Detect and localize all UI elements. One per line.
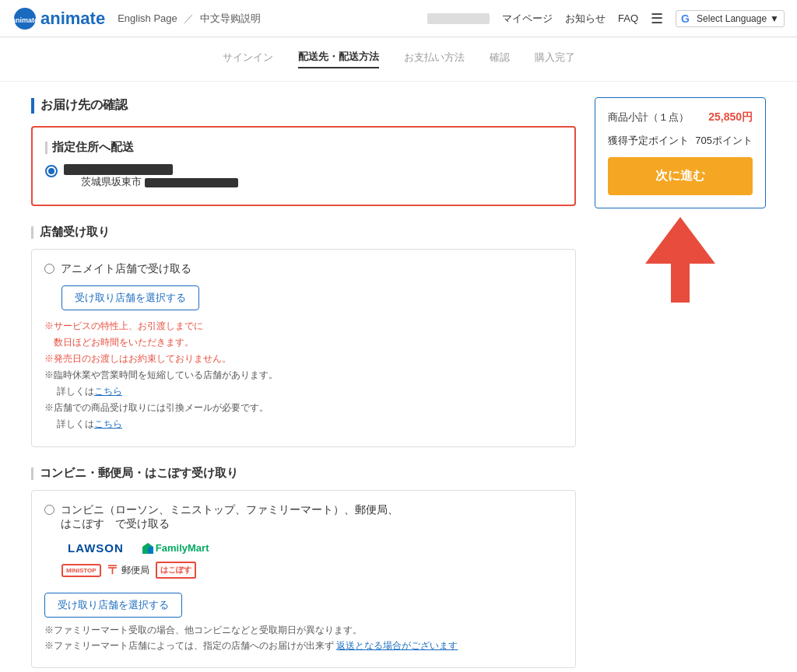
store-notice-link-1[interactable]: こちら: [94, 386, 122, 397]
store-notice-5: 詳しくはこちら: [57, 385, 563, 398]
store-radio[interactable]: [44, 264, 54, 274]
store-option-label: アニメイト店舗で受け取る: [61, 262, 191, 276]
header-nav: English Page ／ 中文导购説明: [118, 12, 261, 26]
page-title-row: お届け先の確認: [31, 97, 576, 114]
address-detail: 茨城県坂東市: [81, 175, 238, 189]
store-notice-7: 詳しくはこちら: [57, 418, 563, 431]
logo[interactable]: animate animate: [12, 6, 105, 31]
family-mart-icon: [142, 543, 153, 554]
jp-post-logo: 〒 郵便局: [107, 562, 149, 579]
header-user-area: マイページ お知らせ FAQ ☰ G Select Language ▼: [427, 10, 785, 27]
step-confirm[interactable]: 確認: [490, 51, 510, 68]
conv-notice-link[interactable]: 返送となる場合がございます: [336, 640, 458, 651]
address-city: 茨城県坂東市: [81, 176, 142, 187]
points-row: 獲得予定ポイント 705ポイント: [608, 134, 753, 148]
select-animate-store-button[interactable]: 受け取り店舗を選択する: [61, 285, 199, 310]
store-section-bar: [31, 226, 33, 239]
store-notice-6: ※店舗での商品受け取りには引換メールが必要です。: [44, 401, 563, 415]
my-page-link[interactable]: マイページ: [502, 12, 553, 26]
mini-stop-logo: MINI STOP: [61, 564, 101, 577]
delivery-to-address-card: 指定住所へ配送 茨城県坂東市: [31, 126, 576, 206]
nav-english[interactable]: English Page: [118, 12, 177, 24]
nav-chinese[interactable]: 中文导购説明: [200, 12, 261, 26]
address-item: 茨城県坂東市: [45, 164, 562, 189]
faq-link[interactable]: FAQ: [618, 12, 638, 24]
conv-notice-1: ※ファミリーマート受取の場合、他コンビニなどと受取期日が異なります。: [44, 624, 563, 637]
sidebar: 商品小計（１点） 25,850円 獲得予定ポイント 705ポイント 次に進む: [595, 97, 766, 672]
convenience-radio-row: コンビニ（ローソン、ミニストップ、ファミリーマート）、郵便局、 はこぽす で受け…: [44, 503, 563, 531]
points-label: 獲得予定ポイント: [608, 134, 689, 148]
subtotal-row: 商品小計（１点） 25,850円: [608, 110, 753, 124]
svg-rect-6: [671, 260, 690, 303]
page-title: お届け先の確認: [40, 97, 128, 114]
brand-logos-row-2: MINI STOP 〒 郵便局 はこぽす: [61, 562, 563, 579]
svg-rect-3: [142, 547, 148, 554]
store-pickup-card: アニメイト店舗で受け取る 受け取り店舗を選択する ※サービスの特性上、お引渡しま…: [31, 249, 576, 447]
family-mart-logo: FamilyMart: [136, 540, 216, 556]
header: animate animate English Page ／ 中文导购説明 マイ…: [0, 0, 797, 37]
address-name-redacted: [64, 164, 173, 175]
order-summary-card: 商品小計（１点） 25,850円 獲得予定ポイント 705ポイント 次に進む: [595, 97, 766, 208]
convenience-title: コンビニ・郵便局・はこぽす受け取り: [40, 466, 238, 481]
brand-logos-row: LAWSON FamilyMart: [61, 539, 563, 557]
arrow-container: [595, 213, 766, 306]
main-layout: お届け先の確認 指定住所へ配送 茨城県坂東市: [0, 82, 797, 672]
address-street-redacted: [145, 178, 238, 187]
store-radio-row: アニメイト店舗で受け取る: [44, 262, 563, 276]
delivery-address-title: 指定住所へ配送: [52, 140, 134, 155]
convenience-title-row: コンビニ・郵便局・はこぽす受け取り: [31, 466, 576, 481]
convenience-option-label-2: はこぽす で受け取る: [61, 517, 398, 531]
store-notice-2: 数日ほどお時間をいただきます。: [44, 336, 563, 349]
red-arrow-svg: [641, 213, 719, 306]
store-notice-4: ※臨時休業や営業時間を短縮している店舗があります。: [44, 369, 563, 382]
store-notice-3: ※発売日のお渡しはお約束しておりません。: [44, 352, 563, 366]
convenience-card: コンビニ（ローソン、ミニストップ、ファミリーマート）、郵便局、 はこぽす で受け…: [31, 490, 576, 668]
hamburger-icon[interactable]: ☰: [651, 10, 663, 27]
store-notice-link-2[interactable]: こちら: [94, 418, 122, 429]
address-radio[interactable]: [45, 165, 58, 177]
convenience-section: コンビニ・郵便局・はこぽす受け取り コンビニ（ローソン、ミニストップ、ファミリー…: [31, 466, 576, 668]
svg-rect-4: [148, 547, 153, 554]
subtotal-value: 25,850円: [708, 110, 753, 124]
convenience-section-bar: [31, 467, 33, 480]
svg-text:G: G: [681, 12, 690, 25]
yuubin-kyoku-label: 郵便局: [121, 564, 149, 577]
convenience-option-label-1: コンビニ（ローソン、ミニストップ、ファミリーマート）、郵便局、: [61, 503, 398, 517]
option-header-bar: [45, 142, 47, 154]
step-delivery[interactable]: 配送先・配送方法: [298, 50, 379, 68]
nav-sep: ／: [184, 12, 194, 26]
main-content: お届け先の確認 指定住所へ配送 茨城県坂東市: [31, 97, 576, 672]
store-pickup-title-row: 店舗受け取り: [31, 225, 576, 240]
store-notice-1: ※サービスの特性上、お引渡しまでに: [44, 320, 563, 333]
select-convenience-store-button[interactable]: 受け取り店舗を選択する: [44, 593, 182, 618]
delivery-address-header: 指定住所へ配送: [45, 140, 562, 155]
conv-notice-2: ※ファミリーマート店舗によっては、指定の店舗へのお届けが出来ず 返送となる場合が…: [44, 639, 563, 653]
next-button[interactable]: 次に進む: [608, 157, 753, 195]
google-icon: G: [681, 12, 693, 25]
store-pickup-title: 店舗受け取り: [40, 225, 110, 240]
svg-marker-5: [142, 543, 153, 547]
svg-marker-7: [645, 217, 715, 264]
translate-dropdown-arrow[interactable]: ▼: [770, 13, 779, 24]
points-value: 705ポイント: [695, 134, 753, 148]
notifications-link[interactable]: お知らせ: [565, 12, 606, 26]
convenience-notices: ※ファミリーマート受取の場合、他コンビニなどと受取期日が異なります。 ※ファミリ…: [44, 624, 563, 653]
subtotal-label: 商品小計（１点）: [608, 110, 689, 124]
steps-bar: サインイン 配送先・配送方法 お支払い方法 確認 購入完了: [0, 37, 797, 82]
google-translate-widget[interactable]: G Select Language ▼: [676, 10, 785, 27]
hakobus-logo: はこぽす: [156, 562, 196, 579]
select-language-label: Select Language: [697, 13, 767, 24]
title-bar-icon: [31, 98, 34, 114]
step-signin[interactable]: サインイン: [223, 51, 273, 68]
step-complete[interactable]: 購入完了: [535, 51, 575, 68]
logo-icon: animate: [12, 6, 37, 31]
lawson-logo: LAWSON: [61, 539, 130, 557]
svg-text:animate: animate: [12, 16, 37, 24]
step-payment[interactable]: お支払い方法: [404, 51, 465, 68]
store-pickup-section: 店舗受け取り アニメイト店舗で受け取る 受け取り店舗を選択する ※サービスの特性…: [31, 225, 576, 447]
username-redacted: [427, 13, 490, 24]
logo-text: animate: [40, 9, 105, 29]
convenience-radio[interactable]: [44, 505, 54, 515]
